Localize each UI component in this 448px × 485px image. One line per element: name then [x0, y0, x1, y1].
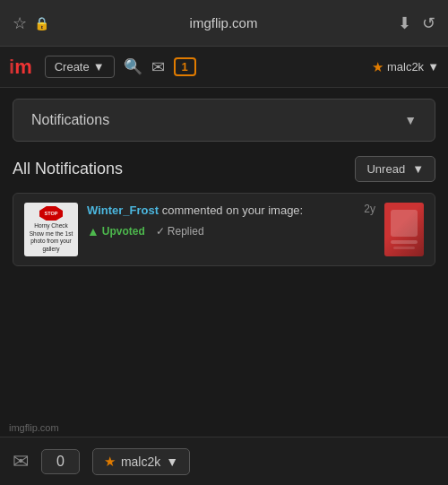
bottom-user-menu[interactable]: ★ malc2k ▼ [92, 448, 190, 475]
browser-right: ⬇ ↺ [398, 13, 435, 33]
search-icon[interactable]: 🔍 [124, 57, 142, 76]
notification-thumbnail: STOP Horny CheckShow me the 1st photo fr… [24, 203, 78, 256]
bottom-username: malc2k [121, 455, 160, 469]
bottom-count: 0 [41, 449, 80, 474]
replied-action[interactable]: ✓ Replied [156, 225, 204, 238]
stop-sign-icon: STOP [39, 206, 63, 221]
bottom-star-icon: ★ [104, 454, 116, 470]
create-label: Create [55, 60, 90, 74]
logo-m: m [14, 56, 32, 78]
browser-url[interactable]: imgflip.com [49, 15, 398, 30]
bottom-bar: ✉ 0 ★ malc2k ▼ [0, 437, 448, 485]
bookmark-icon[interactable]: ☆ [13, 13, 27, 33]
browser-bar: ☆ 🔒 imgflip.com ⬇ ↺ [0, 0, 448, 47]
replied-label: Replied [168, 225, 204, 238]
notification-text: Winter_Frost commented on your image: [87, 203, 303, 219]
upvote-arrow-icon: ▲ [87, 224, 99, 238]
all-notifications-row: All Notifications Unread ▼ [13, 156, 435, 182]
thumbnail-text: Horny CheckShow me the 1st photo from yo… [28, 222, 74, 253]
notification-actions: ▲ Upvoted ✓ Replied [87, 224, 375, 238]
user-dropdown-arrow-icon: ▼ [427, 60, 439, 74]
nav-bar: im Create ▼ 🔍 ✉ 1 ★ malc2k ▼ [0, 47, 448, 88]
filter-dropdown[interactable]: Unread ▼ [355, 156, 435, 182]
refresh-icon[interactable]: ↺ [422, 13, 435, 33]
page-content: Notifications ▼ All Notifications Unread… [0, 88, 448, 277]
filter-value-label: Unread [366, 162, 405, 176]
bottom-arrow-icon: ▼ [166, 455, 178, 469]
site-logo[interactable]: im [9, 56, 32, 79]
notifications-arrow-icon: ▼ [404, 113, 417, 127]
notification-image-preview[interactable] [384, 203, 424, 256]
user-menu-button[interactable]: ★ malc2k ▼ [372, 59, 439, 75]
all-notifications-label: All Notifications [13, 160, 123, 178]
lock-icon: 🔒 [34, 16, 49, 30]
upvoted-action[interactable]: ▲ Upvoted [87, 224, 145, 238]
notification-username[interactable]: Winter_Frost [87, 204, 159, 217]
notification-time: 2y [364, 203, 375, 215]
notifications-title: Notifications [31, 112, 109, 128]
username-label: malc2k [387, 60, 424, 74]
mail-icon[interactable]: ✉ [151, 57, 165, 77]
create-button[interactable]: Create ▼ [45, 56, 115, 78]
create-arrow-icon: ▼ [93, 60, 105, 74]
notifications-dropdown[interactable]: Notifications ▼ [13, 99, 435, 142]
notification-body: Winter_Frost commented on your image: 2y… [87, 203, 375, 238]
check-icon: ✓ [156, 225, 165, 238]
notification-top: Winter_Frost commented on your image: 2y [87, 203, 375, 219]
site-footer-label: imgflip.com [9, 422, 59, 433]
bottom-mail-icon[interactable]: ✉ [13, 450, 29, 473]
download-icon[interactable]: ⬇ [398, 13, 411, 33]
notification-badge[interactable]: 1 [174, 57, 196, 76]
browser-left: ☆ 🔒 [13, 13, 49, 33]
upvoted-label: Upvoted [102, 225, 145, 238]
user-star-icon: ★ [372, 59, 383, 75]
preview-image-content [384, 203, 424, 256]
notification-action: commented on your image: [159, 204, 303, 217]
filter-arrow-icon: ▼ [412, 162, 424, 176]
notification-card[interactable]: STOP Horny CheckShow me the 1st photo fr… [13, 193, 435, 266]
